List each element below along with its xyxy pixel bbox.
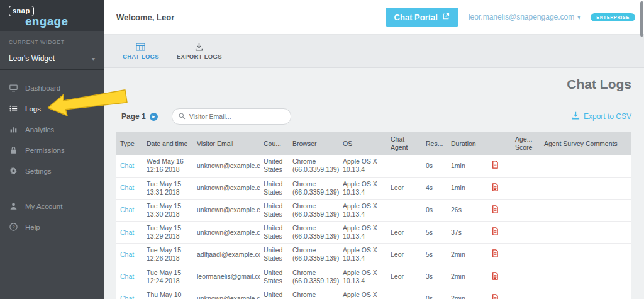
cell-agent: Leor	[387, 244, 422, 266]
column-header: Browser	[289, 132, 339, 155]
sidebar-item-analytics[interactable]: Analytics	[0, 119, 104, 140]
sidebar-item-dashboard[interactable]: Dashboard	[0, 77, 104, 98]
cell-agent-score	[511, 155, 540, 177]
cell-country: United States	[260, 199, 289, 221]
column-header: Agent Survey Comments	[540, 132, 631, 155]
sidebar-item-logs[interactable]: Logs	[0, 98, 104, 119]
column-header: Chat Agent	[387, 132, 422, 155]
snapengage-logo: snap engage	[0, 0, 104, 31]
chat-type-link[interactable]: Chat	[120, 162, 134, 169]
widget-selector[interactable]: Leor's Widget ▾	[0, 49, 104, 70]
cell-agent-score	[511, 288, 540, 299]
transcript-icon[interactable]	[491, 249, 499, 257]
cell-date: Tue May 15 13:31 2018	[143, 177, 193, 199]
transcript-icon[interactable]	[491, 227, 499, 235]
cell-country: United States	[260, 266, 289, 288]
cell-survey-comments	[540, 288, 631, 299]
cell-visitor-email: unknown@example.c...	[193, 155, 260, 177]
cell-agent	[387, 288, 422, 299]
cell-response: 5s	[422, 222, 447, 244]
cell-agent: Leor	[387, 177, 422, 199]
search-input[interactable]	[189, 113, 284, 120]
cell-date: Wed May 16 12:16 2018	[143, 155, 193, 177]
transcript-icon[interactable]	[491, 205, 499, 213]
search-icon	[179, 111, 186, 122]
cell-os: Apple OS X 10.13.4	[339, 199, 387, 221]
tab-label: CHAT LOGS	[123, 53, 159, 60]
current-widget-label: CURRENT WIDGET	[0, 31, 104, 49]
table-row: ChatTue May 15 13:29 2018unknown@example…	[116, 222, 631, 244]
cell-date: Tue May 15 13:29 2018	[143, 222, 193, 244]
cell-response: 5s	[422, 244, 447, 266]
chat-type-link[interactable]: Chat	[120, 206, 134, 213]
cell-duration: 1min	[447, 177, 487, 199]
cell-date: Tue May 15 12:24 2018	[143, 266, 193, 288]
chat-type-link[interactable]: Chat	[120, 295, 134, 299]
export-csv-link[interactable]: Export to CSV	[572, 111, 631, 121]
column-header: OS	[339, 132, 387, 155]
cell-browser: Chrome (66.0.3359.139)	[289, 177, 339, 199]
tab-label: EXPORT LOGS	[177, 53, 222, 60]
sidebar-item-help[interactable]: ?Help	[0, 217, 104, 237]
page-title: Chat Logs	[116, 77, 631, 92]
gear-icon	[9, 167, 18, 175]
widget-name: Leor's Widget	[9, 54, 55, 63]
sidebar: snap engage CURRENT WIDGET Leor's Widget…	[0, 0, 104, 299]
sidebar-item-label: Dashboard	[25, 84, 60, 92]
cell-response: 0s	[422, 199, 447, 221]
cell-agent-score	[511, 177, 540, 199]
cell-visitor-email: leormanelis@gmail.co...	[193, 266, 260, 288]
cell-os: Apple OS X 10.13.4	[339, 155, 387, 177]
dashboard-icon	[9, 84, 18, 92]
next-page-icon[interactable]: ▸	[150, 113, 158, 121]
cell-duration: 2min	[447, 244, 487, 266]
tab-export-logs[interactable]: EXPORT LOGS	[170, 39, 228, 64]
cell-survey-comments	[540, 177, 631, 199]
cell-response: 3s	[422, 266, 447, 288]
logo-engage-text: engage	[25, 14, 104, 28]
cell-response: 0s	[422, 155, 447, 177]
cell-survey-comments	[540, 199, 631, 221]
cell-agent-score	[511, 199, 540, 221]
header-right: Chat Portal leor.manelis@snapengage.com …	[386, 8, 644, 27]
chat-type-link[interactable]: Chat	[120, 228, 134, 236]
account-menu[interactable]: leor.manelis@snapengage.com ▾	[469, 13, 580, 21]
cell-country: United States	[260, 288, 289, 299]
cell-country: United States	[260, 222, 289, 244]
svg-text:?: ?	[12, 224, 14, 230]
chat-portal-button[interactable]: Chat Portal	[386, 8, 458, 27]
cell-duration: 2min	[447, 288, 487, 299]
chat-type-link[interactable]: Chat	[120, 184, 134, 191]
transcript-icon[interactable]	[491, 294, 499, 299]
visitor-email-search[interactable]	[172, 108, 291, 125]
main-content: Chat Logs Page 1 ▸ Export to CSV	[104, 68, 644, 299]
cell-survey-comments	[540, 266, 631, 288]
download-icon	[572, 111, 580, 121]
cell-country: United States	[260, 244, 289, 266]
chat-logs-table: TypeDate and timeVisitor EmailCou...Brow…	[116, 132, 631, 299]
table-row: ChatTue May 15 12:26 2018adlfjaadl@examp…	[116, 244, 631, 266]
transcript-icon[interactable]	[491, 272, 499, 280]
analytics-icon	[9, 125, 18, 133]
column-header: Cou...	[260, 132, 289, 155]
cell-agent-score	[511, 222, 540, 244]
transcript-icon[interactable]	[491, 161, 499, 169]
cell-visitor-email: unknown@example.c...	[193, 199, 260, 221]
cell-agent: Leor	[387, 222, 422, 244]
column-header: Age... Score	[511, 132, 540, 155]
tab-chat-logs[interactable]: CHAT LOGS	[116, 39, 165, 64]
sidebar-item-permissions[interactable]: Permissions	[0, 140, 104, 161]
cell-duration: 1min	[447, 155, 487, 177]
snapengage-app: snap engage CURRENT WIDGET Leor's Widget…	[0, 0, 644, 299]
scrollbar-thumb[interactable]	[640, 1, 643, 37]
cell-date: Tue May 15 12:26 2018	[143, 244, 193, 266]
chat-portal-label: Chat Portal	[394, 13, 438, 22]
sidebar-item-settings[interactable]: Settings	[0, 161, 104, 181]
sidebar-item-my-account[interactable]: My Account	[0, 196, 104, 217]
sidebar-item-label: Logs	[25, 105, 41, 113]
transcript-icon[interactable]	[491, 183, 499, 191]
cell-duration: 26s	[447, 199, 487, 221]
cell-duration: 37s	[447, 222, 487, 244]
chat-type-link[interactable]: Chat	[120, 251, 134, 258]
chat-type-link[interactable]: Chat	[120, 273, 134, 280]
